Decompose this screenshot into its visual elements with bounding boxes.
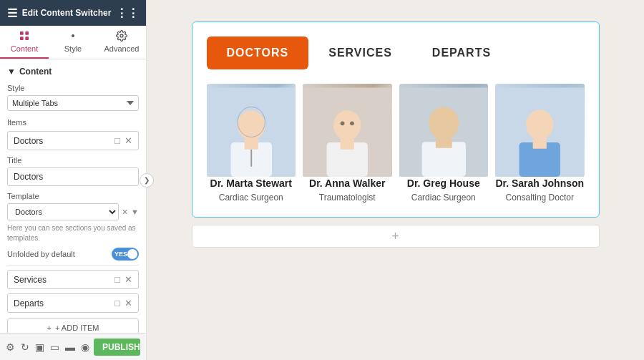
publish-button[interactable]: PUBLISH (94, 339, 140, 356)
style-icon (67, 30, 79, 42)
list-item-services: Services □ ✕ (7, 270, 139, 289)
doctor-image-1 (207, 84, 296, 177)
content-icon (19, 30, 30, 42)
hamburger-icon[interactable]: ☰ (7, 6, 17, 20)
svg-rect-9 (244, 139, 258, 149)
plus-section-icon: + (391, 229, 399, 244)
svg-rect-21 (435, 138, 452, 147)
list-item-doctors: Doctors □ ✕ (7, 131, 139, 150)
item-departs-icons: □ ✕ (114, 298, 132, 308)
footer-icons: ⚙ ↻ ▣ ▭ ▬ ◉ (6, 341, 89, 353)
doctor-card-3: Dr. Greg House Cardiac Surgeon (399, 84, 489, 203)
grid-icon[interactable]: ⋮⋮ (116, 6, 139, 20)
unfolded-toggle[interactable]: YES (112, 248, 139, 261)
doctor-image-4 (495, 84, 585, 177)
sidebar-footer: ⚙ ↻ ▣ ▭ ▬ ◉ PUBLISH ▼ (0, 333, 146, 360)
svg-point-4 (72, 34, 74, 37)
divider (7, 265, 139, 266)
doctor-name-3: Dr. Greg House (407, 177, 480, 190)
tabs-navigation: DOCTORS SERVICES DEPARTS (207, 37, 585, 69)
toggle-knob (127, 249, 137, 259)
unfolded-toggle-row: Unfolded by default YES (7, 248, 139, 261)
svg-point-13 (333, 110, 361, 140)
sidebar-header: ☰ Edit Content Switcher ⋮⋮ (0, 0, 146, 26)
add-section-bar[interactable]: + (192, 225, 600, 248)
doctor-name-4: Dr. Sarah Johnson (495, 177, 584, 190)
copy-icon-doctors[interactable]: □ (114, 135, 120, 146)
publish-group: PUBLISH ▼ (94, 339, 140, 356)
tab-button-departs[interactable]: DEPARTS (412, 37, 511, 69)
svg-rect-1 (25, 31, 29, 35)
sidebar-content: ▼ Content Style Multiple Tabs Items Doct… (0, 59, 146, 333)
item-services-icons: □ ✕ (114, 274, 132, 285)
doctor-specialty-4: Consalting Doctor (506, 193, 574, 203)
svg-point-16 (341, 121, 345, 125)
content-switcher-widget: DOCTORS SERVICES DEPARTS Dr. Mar (192, 21, 600, 218)
canvas-area: DOCTORS SERVICES DEPARTS Dr. Mar (147, 0, 644, 360)
svg-point-5 (120, 34, 123, 37)
delete-icon-services[interactable]: ✕ (125, 274, 132, 285)
sidebar-tabs: Content Style Advanced (0, 26, 146, 59)
delete-icon-departs[interactable]: ✕ (125, 298, 132, 308)
svg-rect-3 (25, 37, 29, 40)
doctor-specialty-2: Traumatologist (319, 193, 376, 203)
template-label: Template (7, 192, 139, 200)
tab-style[interactable]: Style (49, 26, 97, 59)
doctor-specialty-1: Cardiac Surgeon (219, 193, 283, 203)
style-select-wrap: Multiple Tabs (7, 95, 139, 111)
item-doctors-icons: □ ✕ (114, 135, 132, 146)
list-item-departs: Departs □ ✕ (7, 293, 139, 313)
doctors-grid: Dr. Marta Stewart Cardiac Surgeon Dr. An… (207, 84, 585, 203)
svg-point-23 (526, 110, 553, 140)
refresh-icon[interactable]: ↻ (21, 341, 29, 353)
svg-rect-15 (341, 139, 354, 149)
sidebar-collapse-button[interactable]: ❯ (140, 173, 154, 188)
doctor-image-3 (399, 84, 489, 177)
unfolded-label: Unfolded by default (7, 250, 75, 258)
section-collapse[interactable]: ▼ Content (7, 67, 139, 77)
svg-point-7 (238, 110, 265, 140)
copy-icon-departs[interactable]: □ (114, 298, 120, 308)
doctor-image-2 (303, 84, 392, 177)
tablet-icon[interactable]: ▭ (50, 341, 59, 353)
doctor-name-2: Dr. Anna Walker (309, 177, 385, 190)
sidebar-title: Edit Content Switcher (22, 8, 112, 18)
svg-rect-0 (20, 31, 24, 35)
svg-point-19 (429, 107, 459, 140)
tab-content[interactable]: Content (0, 26, 49, 59)
doctor-card-1: Dr. Marta Stewart Cardiac Surgeon (207, 84, 296, 203)
tab-button-services[interactable]: SERVICES (308, 37, 412, 69)
add-item-button[interactable]: + + ADD ITEM (7, 318, 139, 333)
svg-rect-2 (20, 37, 24, 40)
svg-point-17 (350, 121, 354, 125)
settings-icon[interactable]: ⚙ (6, 341, 15, 353)
doctor-card-4: Dr. Sarah Johnson Consalting Doctor (495, 84, 585, 203)
title-input[interactable] (7, 167, 139, 186)
x-icon-template[interactable]: ✕ (122, 208, 128, 217)
template-select[interactable]: Doctors (7, 203, 119, 220)
delete-icon-doctors[interactable]: ✕ (125, 135, 132, 146)
plus-icon: + (47, 323, 52, 332)
advanced-icon (116, 30, 127, 42)
title-label: Title (7, 156, 139, 165)
doctor-specialty-3: Cardiac Surgeon (411, 193, 476, 203)
template-hint: Here you can see sections you saved as t… (7, 223, 139, 243)
canvas-bottom: + (192, 225, 600, 248)
style-label: Style (7, 84, 139, 92)
style-select[interactable]: Multiple Tabs (7, 95, 139, 111)
doctor-card-2: Dr. Anna Walker Traumatologist (303, 84, 392, 203)
mobile-icon[interactable]: ▬ (65, 341, 75, 353)
sidebar: ☰ Edit Content Switcher ⋮⋮ Content Style (0, 0, 147, 360)
tab-button-doctors[interactable]: DOCTORS (207, 37, 309, 69)
copy-icon-services[interactable]: □ (114, 274, 120, 285)
doctor-name-1: Dr. Marta Stewart (210, 177, 292, 190)
tab-advanced[interactable]: Advanced (97, 26, 146, 59)
items-label: Items (7, 118, 139, 127)
chevron-down-icon-template[interactable]: ▼ (131, 208, 139, 216)
chevron-down-icon: ▼ (7, 67, 16, 77)
svg-rect-25 (533, 139, 547, 148)
desktop-icon[interactable]: ▣ (35, 341, 44, 353)
template-select-wrap: Doctors ✕ ▼ (7, 203, 139, 220)
eye-icon[interactable]: ◉ (81, 341, 89, 353)
